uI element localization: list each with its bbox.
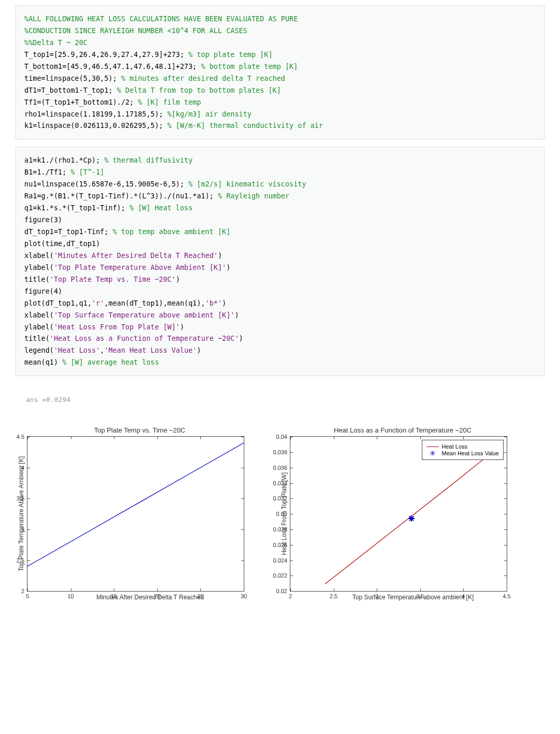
ytick-mark-left — [290, 560, 293, 561]
ytick-mark — [504, 514, 507, 514]
code-line: dT1=T_bottom1-T_top1; % Delta T from top… — [24, 84, 536, 96]
code-line: %CONDUCTION SINCE RAYLEIGH NUMBER <10^4 … — [24, 25, 536, 37]
ytick-label: 0.02 — [276, 588, 287, 594]
plot-right: Heat Loss as a Function of Temperature ~… — [278, 426, 527, 601]
code-block-1: %ALL FOLLOWING HEAT LOSS CALCULATIONS HA… — [16, 5, 544, 139]
comment-text: % [W/m-K] thermal conductivity of air — [167, 121, 323, 129]
ytick-label: 2.5 — [17, 557, 24, 564]
comment-text: % bottom plate temp [K] — [201, 62, 298, 70]
code-block-2: a1=k1./(rho1.*Cp); % thermal diffusivity… — [16, 147, 544, 376]
code-text: B1=1./Tf1; — [24, 168, 70, 176]
ytick-mark — [504, 529, 507, 530]
ytick-label: 2 — [21, 588, 24, 594]
code-text: ) — [176, 275, 180, 283]
code-line: T_top1=[25.9,26.4,26.9,27.4,27.9]+273; %… — [24, 49, 536, 61]
comment-text: %ALL FOLLOWING HEAT LOSS CALCULATIONS HA… — [24, 15, 298, 23]
code-line: figure(3) — [24, 214, 536, 226]
xtick-label: 20 — [154, 593, 160, 599]
legend-mean: ✳ Mean Heat Loss Value — [426, 450, 499, 456]
code-text: xlabel( — [24, 311, 54, 319]
plot-left-axes: 22.533.544.551015202530 — [27, 436, 244, 592]
string-text: 'Mean Heat Loss Value' — [104, 346, 197, 354]
xtick-mark — [244, 588, 244, 591]
ytick-label: 0.022 — [273, 572, 287, 579]
xtick-label: 15 — [111, 593, 117, 599]
xtick-mark-top — [244, 437, 244, 439]
code-line: xlabel('Top Surface Temperature above am… — [24, 309, 536, 321]
string-text: 'Minutes After Desired Delta T Reached' — [54, 251, 218, 260]
plot-left-line — [27, 437, 244, 591]
comment-text: % [W] Heat loss — [129, 204, 193, 212]
xtick-label: 2.5 — [330, 593, 337, 599]
code-text: ylabel( — [24, 323, 54, 331]
string-text: 'b*' — [205, 299, 223, 307]
string-text: 'Heat Loss From Top Plate [W]' — [54, 323, 180, 331]
plot-right-legend: Heat Loss ✳ Mean Heat Loss Value — [422, 440, 504, 460]
code-text: title( — [24, 334, 50, 342]
ytick-label: 0.034 — [273, 480, 287, 486]
legend-heat-loss: Heat Loss — [426, 443, 499, 450]
comment-text: % Rayleigh number — [218, 192, 289, 200]
ytick-mark — [504, 545, 507, 545]
xtick-mark — [114, 588, 114, 591]
code-text: xlabel( — [24, 251, 54, 260]
plot-left-ylabel: Top Plate Temperature Above Ambient [K] — [16, 456, 27, 571]
xtick-mark-top — [290, 437, 291, 439]
code-text: Tf1=(T_top1+T_bottom1)./2; — [24, 98, 138, 106]
xtick-mark — [334, 588, 334, 591]
comment-text: % minutes after desired delta T reached — [121, 74, 285, 82]
code-line: plot(time,dT_top1) — [24, 238, 536, 250]
ytick-mark-left — [27, 468, 30, 468]
code-line: mean(q1) % [W] average heat loss — [24, 356, 536, 368]
string-text: 'Heat Loss' — [54, 346, 100, 354]
code-line: figure(4) — [24, 285, 536, 297]
code-text: legend( — [24, 346, 54, 354]
code-text: plot(dT_top1,q1, — [24, 299, 92, 307]
string-text: 'Top Plate Temp vs. Time ~20C' — [50, 275, 176, 283]
xtick-mark — [157, 588, 158, 591]
ytick-mark — [241, 560, 244, 561]
comment-text: %CONDUCTION SINCE RAYLEIGH NUMBER <10^4 … — [24, 26, 247, 35]
ytick-mark-left — [290, 468, 293, 468]
xtick-mark-top — [377, 437, 377, 439]
plot-right-axes: Heat Loss ✳ Mean Heat Loss Value 0.020.0… — [290, 436, 507, 592]
ytick-mark — [241, 529, 244, 530]
xtick-mark-top — [157, 437, 158, 439]
code-text: plot(time,dT_top1) — [24, 239, 100, 248]
xtick-mark-top — [114, 437, 114, 439]
ytick-mark — [504, 591, 507, 592]
ytick-mark — [241, 591, 244, 592]
code-line: %ALL FOLLOWING HEAT LOSS CALCULATIONS HA… — [24, 13, 536, 25]
string-text: 'r' — [92, 299, 104, 307]
ytick-mark — [241, 468, 244, 468]
code-text: ylabel( — [24, 263, 54, 271]
code-line: Ra1=g.*(B1.*(T_top1-Tinf).*(L^3))./(nu1.… — [24, 190, 536, 202]
xtick-mark — [377, 588, 377, 591]
comment-text: % top plate temp [K] — [188, 50, 273, 59]
xtick-mark-top — [71, 437, 71, 439]
comment-text: % [m2/s] kinematic viscosity — [188, 180, 306, 188]
ytick-mark-left — [27, 560, 30, 561]
xtick-mark-top — [463, 437, 464, 439]
xtick-mark-top — [27, 437, 28, 439]
code-line: title('Heat Loss as a Function of Temper… — [24, 333, 536, 344]
code-text: ) — [180, 323, 184, 331]
code-line: %%Delta T ~ 20C — [24, 37, 536, 49]
string-text: 'Top Plate Temperature Above Ambient [K]… — [54, 263, 226, 271]
code-text: ) — [218, 251, 222, 260]
code-line: k1=linspace(0.026113,0.026295,5); % [W/m… — [24, 120, 536, 132]
ytick-mark-left — [290, 452, 293, 453]
code-line: legend('Heat Loss','Mean Heat Loss Value… — [24, 344, 536, 356]
legend-mean-label: Mean Heat Loss Value — [442, 450, 499, 456]
code-text: T_top1=[25.9,26.4,26.9,27.4,27.9]+273; — [24, 50, 188, 59]
ytick-mark — [504, 452, 507, 453]
xtick-mark — [420, 588, 421, 591]
legend-heat-loss-label: Heat Loss — [442, 443, 468, 450]
code-text: ) — [234, 311, 239, 319]
code-text: Ra1=g.*(B1.*(T_top1-Tinf).*(L^3))./(nu1.… — [24, 192, 218, 200]
code-line: q1=k1.*s.*(T_top1-Tinf); % [W] Heat loss — [24, 202, 536, 214]
ytick-mark-left — [290, 529, 293, 530]
ytick-mark — [504, 575, 507, 576]
xtick-mark-top — [334, 437, 334, 439]
ytick-mark — [504, 483, 507, 484]
